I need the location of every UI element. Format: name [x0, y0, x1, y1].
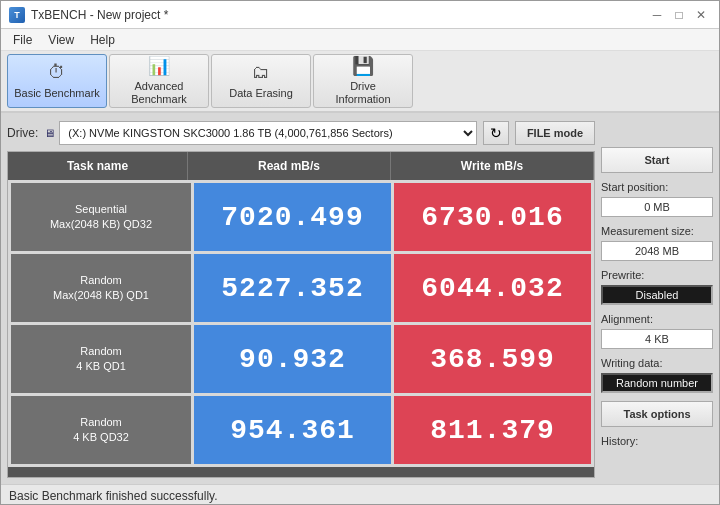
row2-read: 5227.352	[194, 254, 391, 322]
window-title: TxBENCH - New project *	[31, 8, 168, 22]
menu-bar: File View Help	[1, 29, 719, 51]
toolbar: ⏱ Basic Benchmark 📊 AdvancedBenchmark 🗂 …	[1, 51, 719, 113]
row1-read: 7020.499	[194, 183, 391, 251]
advanced-benchmark-icon: 📊	[148, 56, 170, 78]
start-button[interactable]: Start	[601, 147, 713, 173]
row1-label: SequentialMax(2048 KB) QD32	[11, 183, 191, 251]
file-mode-button[interactable]: FILE mode	[515, 121, 595, 145]
toolbar-erasing-label: Data Erasing	[229, 87, 293, 100]
alignment-label: Alignment:	[601, 313, 713, 325]
drive-refresh-button[interactable]: ↻	[483, 121, 509, 145]
table-row: SequentialMax(2048 KB) QD32 7020.499 673…	[11, 183, 591, 251]
measurement-size-label: Measurement size:	[601, 225, 713, 237]
prewrite-value: Disabled	[601, 285, 713, 305]
row3-read: 90.932	[194, 325, 391, 393]
left-panel: Drive: 🖥 (X:) NVMe KINGSTON SKC3000 1.86…	[7, 119, 595, 478]
app-icon: T	[9, 7, 25, 23]
start-position-value: 0 MB	[601, 197, 713, 217]
basic-benchmark-icon: ⏱	[48, 62, 66, 84]
toolbar-drive-label: DriveInformation	[335, 80, 390, 106]
close-button[interactable]: ✕	[691, 5, 711, 25]
task-options-button[interactable]: Task options	[601, 401, 713, 427]
history-label: History:	[601, 435, 713, 447]
prewrite-label: Prewrite:	[601, 269, 713, 281]
toolbar-advanced-benchmark[interactable]: 📊 AdvancedBenchmark	[109, 54, 209, 108]
writing-data-value: Random number	[601, 373, 713, 393]
maximize-button[interactable]: □	[669, 5, 689, 25]
window-controls: ─ □ ✕	[647, 5, 711, 25]
data-erasing-icon: 🗂	[252, 62, 270, 84]
drive-information-icon: 💾	[352, 56, 374, 78]
row4-write: 811.379	[394, 396, 591, 464]
row2-label: RandomMax(2048 KB) QD1	[11, 254, 191, 322]
row4-read: 954.361	[194, 396, 391, 464]
start-position-label: Start position:	[601, 181, 713, 193]
table-row: Random4 KB QD1 90.932 368.599	[11, 325, 591, 393]
row3-label: Random4 KB QD1	[11, 325, 191, 393]
row2-write: 6044.032	[394, 254, 591, 322]
title-bar-left: T TxBENCH - New project *	[9, 7, 168, 23]
toolbar-advanced-label: AdvancedBenchmark	[131, 80, 187, 106]
toolbar-basic-label: Basic Benchmark	[14, 87, 100, 100]
benchmark-table: Task name Read mB/s Write mB/s Sequentia…	[7, 151, 595, 478]
main-area: Drive: 🖥 (X:) NVMe KINGSTON SKC3000 1.86…	[1, 113, 719, 484]
drive-icon: 🖥	[44, 127, 55, 139]
row3-write: 368.599	[394, 325, 591, 393]
table-row: Random4 KB QD32 954.361 811.379	[11, 396, 591, 464]
alignment-value: 4 KB	[601, 329, 713, 349]
header-write: Write mB/s	[391, 152, 594, 180]
header-read: Read mB/s	[188, 152, 391, 180]
menu-view[interactable]: View	[40, 31, 82, 49]
table-row: RandomMax(2048 KB) QD1 5227.352 6044.032	[11, 254, 591, 322]
status-text: Basic Benchmark finished successfully.	[9, 489, 218, 503]
row4-label: Random4 KB QD32	[11, 396, 191, 464]
title-bar: T TxBENCH - New project * ─ □ ✕	[1, 1, 719, 29]
table-header: Task name Read mB/s Write mB/s	[8, 152, 594, 180]
toolbar-drive-information[interactable]: 💾 DriveInformation	[313, 54, 413, 108]
right-panel: Start Start position: 0 MB Measurement s…	[601, 119, 713, 478]
row1-write: 6730.016	[394, 183, 591, 251]
writing-data-label: Writing data:	[601, 357, 713, 369]
minimize-button[interactable]: ─	[647, 5, 667, 25]
drive-label: Drive:	[7, 126, 38, 140]
header-task: Task name	[8, 152, 188, 180]
status-bar: Basic Benchmark finished successfully.	[1, 484, 719, 505]
menu-help[interactable]: Help	[82, 31, 123, 49]
toolbar-basic-benchmark[interactable]: ⏱ Basic Benchmark	[7, 54, 107, 108]
toolbar-data-erasing[interactable]: 🗂 Data Erasing	[211, 54, 311, 108]
measurement-size-value: 2048 MB	[601, 241, 713, 261]
drive-row: Drive: 🖥 (X:) NVMe KINGSTON SKC3000 1.86…	[7, 119, 595, 147]
table-rows: SequentialMax(2048 KB) QD32 7020.499 673…	[8, 180, 594, 467]
menu-file[interactable]: File	[5, 31, 40, 49]
drive-selector[interactable]: (X:) NVMe KINGSTON SKC3000 1.86 TB (4,00…	[59, 121, 477, 145]
